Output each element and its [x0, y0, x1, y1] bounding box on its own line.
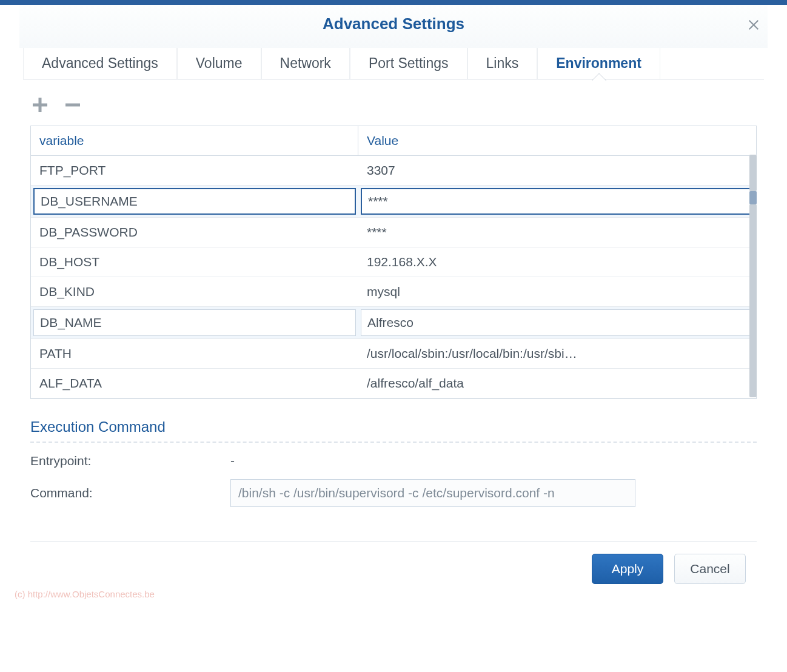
table-row[interactable]: DB_PASSWORD****	[31, 218, 756, 247]
cell-value[interactable]: 192.168.X.X	[358, 247, 756, 277]
minus-icon	[63, 95, 82, 115]
add-button[interactable]	[30, 95, 50, 115]
plus-icon	[30, 95, 50, 115]
scrollbar-thumb[interactable]	[749, 191, 757, 204]
apply-button[interactable]: Apply	[592, 554, 663, 584]
table-body: FTP_PORT3307DB_PASSWORD****DB_HOST192.16…	[31, 156, 756, 398]
command-input[interactable]	[230, 479, 635, 507]
cell-variable[interactable]: DB_PASSWORD	[31, 218, 358, 247]
table-row[interactable]: PATH/usr/local/sbin:/usr/local/bin:/usr/…	[31, 339, 756, 369]
table-row[interactable]	[31, 186, 756, 218]
table-row[interactable]: ALF_DATA/alfresco/alf_data	[31, 369, 756, 398]
table-header-row: variable Value	[31, 126, 756, 156]
env-toolbar	[19, 79, 768, 126]
advanced-settings-dialog: Advanced Settings Advanced SettingsVolum…	[0, 5, 787, 584]
cell-variable[interactable]	[31, 307, 358, 338]
dialog-header: Advanced Settings	[19, 5, 768, 48]
variable-input[interactable]	[33, 188, 356, 215]
value-input[interactable]	[361, 309, 754, 336]
cell-value[interactable]: mysql	[358, 277, 756, 306]
cell-value[interactable]	[358, 186, 756, 217]
entrypoint-label: Entrypoint:	[30, 454, 230, 468]
table-row[interactable]: DB_HOST192.168.X.X	[31, 247, 756, 277]
cancel-button[interactable]: Cancel	[674, 554, 746, 584]
close-icon	[747, 18, 760, 32]
env-variables-table: variable Value FTP_PORT3307DB_PASSWORD**…	[30, 126, 757, 399]
cell-value[interactable]	[358, 307, 756, 338]
cell-value[interactable]: ****	[358, 218, 756, 247]
cell-variable[interactable]: DB_KIND	[31, 277, 358, 306]
close-button[interactable]	[747, 18, 760, 34]
command-label: Command:	[30, 486, 230, 500]
column-header-variable[interactable]: variable	[31, 126, 358, 155]
tab-links[interactable]: Links	[467, 48, 538, 79]
command-row: Command:	[30, 479, 757, 507]
cell-variable[interactable]	[31, 186, 358, 217]
cell-value[interactable]: /usr/local/sbin:/usr/local/bin:/usr/sbi…	[358, 339, 756, 368]
dialog-title: Advanced Settings	[323, 15, 464, 33]
entrypoint-value: -	[230, 454, 235, 468]
cell-value[interactable]: 3307	[358, 156, 756, 185]
table-scrollbar[interactable]	[749, 155, 757, 396]
table-row[interactable]	[31, 307, 756, 339]
cell-variable[interactable]: ALF_DATA	[31, 369, 358, 398]
cell-variable[interactable]: DB_HOST	[31, 247, 358, 277]
tab-volume[interactable]: Volume	[177, 48, 261, 79]
table-row[interactable]: DB_KINDmysql	[31, 277, 756, 307]
window-top-border	[0, 0, 787, 5]
scrollbar-thumb[interactable]	[749, 204, 757, 397]
value-input[interactable]	[361, 188, 754, 215]
tab-bar: Advanced SettingsVolumeNetworkPort Setti…	[23, 48, 764, 79]
tab-network[interactable]: Network	[261, 48, 350, 79]
tab-advanced-settings[interactable]: Advanced Settings	[23, 48, 177, 79]
column-header-value[interactable]: Value	[358, 126, 756, 155]
variable-input[interactable]	[33, 309, 356, 336]
scrollbar-thumb[interactable]	[749, 155, 757, 191]
cell-variable[interactable]: PATH	[31, 339, 358, 368]
remove-button[interactable]	[63, 95, 82, 115]
tab-environment[interactable]: Environment	[537, 48, 660, 79]
cell-value[interactable]: /alfresco/alf_data	[358, 369, 756, 398]
execution-command-heading: Execution Command	[30, 418, 757, 443]
entrypoint-row: Entrypoint: -	[30, 454, 757, 468]
dialog-footer: Apply Cancel	[19, 542, 768, 584]
cell-variable[interactable]: FTP_PORT	[31, 156, 358, 185]
table-row[interactable]: FTP_PORT3307	[31, 156, 756, 186]
tab-port-settings[interactable]: Port Settings	[350, 48, 467, 79]
watermark-text: (c) http://www.ObjetsConnectes.be	[15, 589, 155, 599]
